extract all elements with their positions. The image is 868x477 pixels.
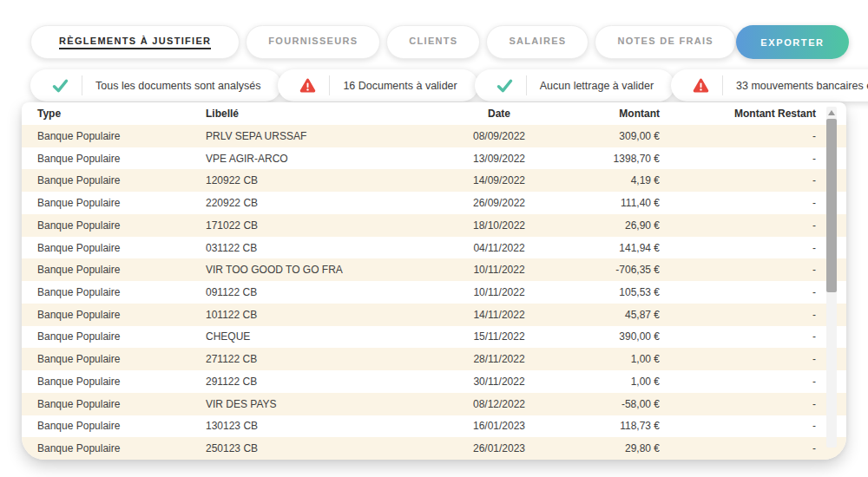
- warning-icon: [692, 76, 710, 95]
- cell-date: 30/11/2022: [438, 376, 560, 388]
- status-badge[interactable]: 16 Documents à valider: [278, 69, 477, 101]
- cell-type: Banque Populaire: [22, 398, 206, 410]
- tab-label: NOTES DE FRAIS: [617, 36, 713, 49]
- cell-type: Banque Populaire: [22, 197, 206, 209]
- cell-date: 14/11/2022: [438, 309, 560, 321]
- cell-date: 10/11/2022: [438, 264, 560, 276]
- cell-label: 101122 CB: [206, 309, 438, 321]
- cell-type: Banque Populaire: [22, 330, 206, 343]
- tab-label: FOURNISSEURS: [268, 36, 358, 49]
- table-row[interactable]: Banque Populaire101122 CB14/11/202245,87…: [22, 304, 846, 326]
- page: RÈGLEMENTS À JUSTIFIERFOURNISSEURSCLIENT…: [0, 0, 868, 477]
- status-badge-text: 16 Documents à valider: [343, 80, 457, 92]
- cell-type: Banque Populaire: [22, 242, 206, 254]
- table-row[interactable]: Banque Populaire031122 CB04/11/2022141,9…: [22, 237, 846, 259]
- cell-amount: 141,94 €: [560, 242, 660, 254]
- cell-label: 271122 CB: [206, 353, 438, 365]
- cell-amount: 4,19 €: [560, 174, 660, 186]
- check-icon: [51, 76, 69, 95]
- cell-label: 220922 CB: [206, 197, 438, 209]
- cell-label: 130123 CB: [206, 420, 438, 432]
- cell-amount: 1,00 €: [560, 353, 660, 365]
- table-row[interactable]: Banque PopulaireVIR TOO GOOD TO GO FRA10…: [22, 258, 846, 281]
- cell-label: 250123 CB: [206, 442, 438, 454]
- cell-type: Banque Populaire: [22, 420, 206, 432]
- tab-bar: RÈGLEMENTS À JUSTIFIERFOURNISSEURSCLIENT…: [30, 25, 736, 59]
- cell-date: 04/11/2022: [438, 242, 560, 254]
- column-header-label: Libellé: [206, 108, 438, 120]
- tab-clients[interactable]: CLIENTS: [386, 25, 480, 59]
- cell-remaining: -: [660, 398, 816, 410]
- cell-type: Banque Populaire: [22, 286, 206, 298]
- cell-remaining: -: [660, 219, 816, 232]
- cell-label: 091122 CB: [206, 286, 438, 298]
- cell-label: VIR TOO GOOD TO GO FRA: [206, 264, 438, 276]
- cell-type: Banque Populaire: [22, 153, 206, 165]
- cell-date: 08/09/2022: [438, 130, 560, 142]
- status-badge[interactable]: 33 mouvements bancaires en compte d'atte…: [671, 69, 868, 101]
- table-row[interactable]: Banque Populaire250123 CB26/01/202329,80…: [22, 437, 846, 460]
- table-row[interactable]: Banque Populaire130123 CB16/01/2023118,7…: [22, 415, 846, 438]
- column-header-remaining: Montant Restant: [660, 108, 816, 120]
- cell-type: Banque Populaire: [22, 174, 206, 186]
- cell-date: 18/10/2022: [438, 219, 560, 232]
- cell-remaining: -: [660, 420, 816, 432]
- badge-divider: [329, 75, 330, 95]
- cell-remaining: -: [660, 330, 816, 343]
- cell-date: 15/11/2022: [438, 330, 560, 343]
- cell-type: Banque Populaire: [22, 353, 206, 365]
- cell-remaining: -: [660, 153, 816, 165]
- cell-remaining: -: [660, 130, 816, 142]
- cell-label: CHEQUE: [206, 330, 438, 343]
- table-row[interactable]: Banque PopulaireVIR DES PAYS08/12/2022-5…: [22, 393, 846, 415]
- status-badge-text: Aucun lettrage à valider: [540, 80, 654, 92]
- cell-remaining: -: [660, 264, 816, 276]
- scrollbar-thumb[interactable]: [826, 119, 837, 292]
- table-row[interactable]: Banque Populaire171022 CB18/10/202226,90…: [22, 214, 846, 237]
- cell-date: 28/11/2022: [438, 353, 560, 365]
- cell-date: 13/09/2022: [438, 153, 560, 165]
- cell-type: Banque Populaire: [22, 130, 206, 142]
- cell-amount: 1398,70 €: [560, 153, 660, 165]
- status-bar: Tous les documents sont analysés16 Docum…: [30, 69, 868, 101]
- table-row[interactable]: Banque PopulaireVPE AGIR-ARCO13/09/20221…: [22, 147, 846, 170]
- scrollbar-up-arrow-icon[interactable]: [828, 110, 835, 115]
- cell-date: 08/12/2022: [438, 398, 560, 410]
- cell-type: Banque Populaire: [22, 442, 206, 454]
- cell-label: PRLV SEPA URSSAF: [206, 130, 438, 142]
- table-row[interactable]: Banque Populaire120922 CB14/09/20224,19 …: [22, 169, 846, 192]
- cell-label: 120922 CB: [206, 174, 438, 186]
- status-badge[interactable]: Aucun lettrage à valider: [475, 69, 674, 101]
- check-icon: [496, 76, 514, 95]
- table-scrollbar[interactable]: [826, 107, 837, 448]
- table-row[interactable]: Banque Populaire091122 CB10/11/2022105,5…: [22, 281, 846, 304]
- cell-date: 16/01/2023: [438, 420, 560, 432]
- cell-remaining: -: [660, 376, 816, 388]
- cell-amount: 1,00 €: [560, 376, 660, 388]
- tab-fournisseurs[interactable]: FOURNISSEURS: [246, 25, 380, 59]
- table-row[interactable]: Banque Populaire220922 CB26/09/2022111,4…: [22, 192, 846, 214]
- table-panel: TypeLibelléDateMontantMontant Restant Ba…: [22, 102, 846, 460]
- tab-label: SALAIRES: [509, 36, 566, 49]
- cell-type: Banque Populaire: [22, 309, 206, 321]
- tab-salaires[interactable]: SALAIRES: [486, 25, 589, 59]
- cell-remaining: -: [660, 174, 816, 186]
- cell-label: VIR DES PAYS: [206, 398, 438, 410]
- table-row[interactable]: Banque PopulairePRLV SEPA URSSAF08/09/20…: [22, 125, 846, 147]
- tab-reglements-a-justifier[interactable]: RÈGLEMENTS À JUSTIFIER: [30, 25, 240, 59]
- badge-divider: [722, 75, 723, 95]
- tab-notes-de-frais[interactable]: NOTES DE FRAIS: [595, 25, 736, 59]
- export-button[interactable]: EXPORTER: [736, 25, 849, 59]
- tab-label: CLIENTS: [409, 36, 457, 49]
- cell-remaining: -: [660, 353, 816, 365]
- cell-remaining: -: [660, 309, 816, 321]
- status-badge[interactable]: Tous les documents sont analysés: [30, 69, 281, 101]
- cell-date: 26/01/2023: [438, 442, 560, 454]
- table-row[interactable]: Banque PopulaireCHEQUE15/11/2022390,00 €…: [22, 326, 846, 349]
- cell-amount: -706,35 €: [560, 264, 660, 276]
- cell-amount: 29,80 €: [560, 442, 660, 454]
- table-body: Banque PopulairePRLV SEPA URSSAF08/09/20…: [22, 125, 846, 460]
- table-row[interactable]: Banque Populaire291122 CB30/11/20221,00 …: [22, 370, 846, 393]
- cell-remaining: -: [660, 197, 816, 209]
- table-row[interactable]: Banque Populaire271122 CB28/11/20221,00 …: [22, 348, 846, 370]
